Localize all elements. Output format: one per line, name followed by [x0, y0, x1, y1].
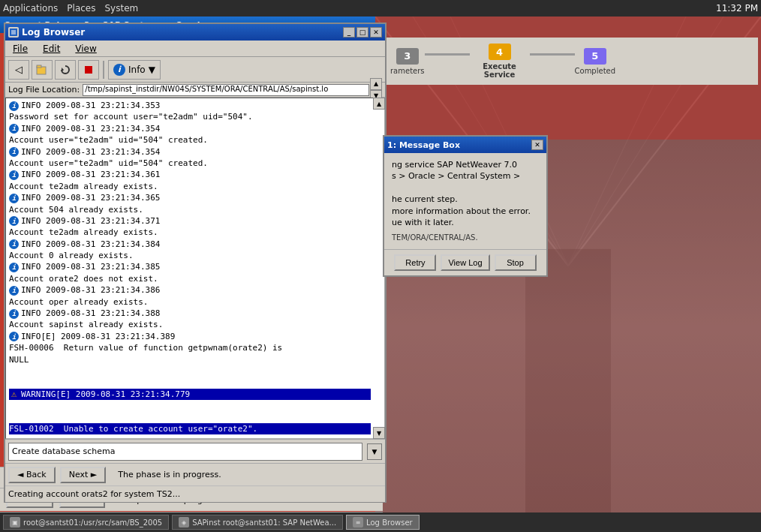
taskbar-system[interactable]: System — [104, 3, 138, 14]
taskbar-apps[interactable]: Applications — [3, 3, 58, 14]
info-icon-6: i — [9, 216, 19, 226]
step-5-circle: 5 — [584, 48, 606, 65]
log-line: Account user="te2adm" uid="504" created. — [9, 158, 371, 169]
info-icon-2: i — [9, 124, 19, 134]
log-line: Account te2adm already exists. — [9, 181, 371, 192]
system-clock: 11:32 PM — [716, 3, 758, 14]
tb-back-btn[interactable]: ◁ — [8, 60, 29, 80]
message-box-content: ng service SAP NetWeaver 7.0 s > Oracle … — [384, 153, 546, 249]
msg-line-3 — [392, 182, 539, 194]
log-next-button[interactable]: Next ► — [60, 467, 107, 483]
log-nav-buttons: ◄ Back Next ► The phase is in progress. — [5, 463, 385, 485]
taskbar-item-logbrowser[interactable]: ≡ Log Browser — [346, 515, 420, 530]
info-icon-1: i — [9, 101, 19, 111]
progress-steps: 3 rameters 4 Execute Service 5 Completed — [383, 38, 758, 85]
log-browser-controls: _ □ ✕ — [343, 27, 382, 38]
step-5-label: Completed — [575, 67, 616, 75]
log-line: Account oper already exists. — [9, 296, 371, 308]
step-4-circle: 4 — [489, 44, 511, 60]
log-content-container: iINFO 2009-08-31 23:21:34.353 Password s… — [5, 98, 385, 439]
step-4: 4 Execute Service — [470, 44, 530, 79]
tb-info-dropdown[interactable]: i Info ▼ — [108, 60, 161, 80]
location-value: /tmp/sapinst_instdir/NW04S/SYSTEM/ORA/CE… — [85, 85, 328, 93]
log-line: Account 0 already exists. — [9, 250, 371, 261]
log-browser-toolbar: ◁ i Info ▼ — [5, 57, 385, 83]
menu-file[interactable]: File — [8, 42, 32, 56]
log-maximize-btn[interactable]: □ — [356, 27, 368, 38]
tb-dropdown-arrow: ▼ — [149, 65, 155, 75]
location-up-arrow[interactable]: ▲ — [370, 78, 382, 90]
log-line: Account sapinst already exists. — [9, 319, 371, 330]
message-box-path: TEM/ORA/CENTRAL/AS. — [392, 233, 539, 243]
log-browser-titlebar: Log Browser _ □ ✕ — [5, 24, 385, 41]
info-icon-9: i — [9, 286, 19, 296]
taskbar: ▣ root@santst01:/usr/src/sam/BS_2005 ◈ S… — [0, 512, 761, 532]
msg-line-2: s > Oracle > Central System > — [392, 170, 539, 182]
warning-icon-1: ⚠ — [9, 389, 19, 399]
schema-dropdown-value: Create database schema — [12, 446, 116, 456]
schema-dropdown-arrow[interactable]: ▼ — [367, 443, 382, 460]
message-box-close-btn[interactable]: ✕ — [531, 140, 543, 150]
log-browser-icon — [8, 27, 19, 38]
taskbar-logbrowser-icon: ≡ — [353, 517, 363, 527]
log-scroll-down[interactable]: ▼ — [373, 427, 385, 439]
taskbar-terminal-icon: ▣ — [10, 517, 20, 527]
log-browser-menubar: File Edit View — [5, 41, 385, 57]
log-line: Password set for account user="te2adm" u… — [9, 111, 371, 122]
view-log-button[interactable]: View Log — [441, 254, 489, 271]
taskbar-item-terminal[interactable]: ▣ root@santst01:/usr/src/sam/BS_2005 — [3, 515, 169, 530]
svg-rect-13 — [37, 65, 41, 68]
taskbar-sapinst-icon: ◈ — [179, 517, 189, 527]
log-line: iINFO 2009-08-31 23:21:34.371 — [9, 215, 371, 227]
log-line: Account orate2 does not exist. — [9, 273, 371, 284]
tb-reload-btn[interactable] — [55, 60, 76, 80]
info-icon-3: i — [9, 147, 19, 157]
phase-status-text: The phase is in progress. — [118, 470, 221, 479]
info-icon-5: i — [9, 194, 19, 203]
menu-view[interactable]: View — [71, 42, 101, 56]
message-box-buttons: Retry View Log Stop — [384, 249, 546, 275]
log-file-location-bar: Log File Location: /tmp/sapinst_instdir/… — [5, 83, 385, 98]
log-line: iINFO 2009-08-31 23:21:34.385 — [9, 261, 371, 272]
step-4-label: Execute Service — [470, 62, 530, 79]
step-connector-4-5 — [530, 53, 575, 56]
taskbar-places[interactable]: Places — [67, 3, 95, 14]
schema-dropdown[interactable]: Create database schema — [8, 443, 362, 461]
msg-line-4: he current step. — [392, 194, 539, 205]
creating-account-status: Creating account orats2 for system TS2..… — [5, 485, 385, 502]
log-line: Account user="te2adm" uid="504" created. — [9, 134, 371, 146]
info-icon-e: i — [9, 332, 19, 341]
info-icon: i — [113, 64, 125, 76]
log-scroll-up[interactable]: ▲ — [373, 98, 385, 110]
taskbar-item-sapinst[interactable]: ◈ SAPinst root@santst01: SAP NetWea... — [172, 515, 343, 530]
tb-open-btn[interactable] — [32, 60, 53, 80]
log-line: iINFO 2009-08-31 23:21:34.365 — [9, 192, 371, 203]
log-line: iINFO 2009-08-31 23:21:34.386 — [9, 284, 371, 296]
svg-rect-15 — [85, 66, 92, 74]
log-line: iINFO 2009-08-31 23:21:34.353 — [9, 100, 371, 111]
step-3-label: rameters — [390, 67, 425, 75]
info-icon-7: i — [9, 239, 19, 249]
taskbar-sapinst-label: SAPinst root@santst01: SAP NetWea... — [192, 518, 336, 527]
svg-marker-14 — [62, 68, 64, 72]
log-line: Account 504 already exists. — [9, 204, 371, 215]
log-line: iINFO 2009-08-31 23:21:34.361 — [9, 169, 371, 180]
log-content[interactable]: iINFO 2009-08-31 23:21:34.353 Password s… — [5, 98, 385, 439]
step-3-circle: 3 — [396, 48, 419, 65]
step-3: 3 rameters — [390, 48, 425, 75]
retry-button[interactable]: Retry — [394, 254, 436, 271]
location-label: Log File Location: — [8, 85, 80, 95]
log-minimize-btn[interactable]: _ — [343, 27, 355, 38]
taskbar-terminal-label: root@santst01:/usr/src/sam/BS_2005 — [23, 518, 162, 527]
log-line: iINFO 2009-08-31 23:21:34.388 — [9, 308, 371, 319]
msg-line-5: more information about the error. — [392, 206, 539, 217]
log-back-button[interactable]: ◄ Back — [8, 467, 56, 483]
info-icon-10: i — [9, 309, 19, 319]
stop-button[interactable]: Stop — [495, 254, 537, 271]
menu-edit[interactable]: Edit — [38, 42, 65, 56]
tb-stop-btn[interactable] — [78, 60, 99, 80]
message-box-dialog: 1: Message Box ✕ ng service SAP NetWeave… — [383, 135, 548, 277]
msg-line-6: ue with it later. — [392, 217, 539, 228]
log-close-btn[interactable]: ✕ — [370, 27, 382, 38]
location-input[interactable]: /tmp/sapinst_instdir/NW04S/SYSTEM/ORA/CE… — [83, 84, 369, 96]
